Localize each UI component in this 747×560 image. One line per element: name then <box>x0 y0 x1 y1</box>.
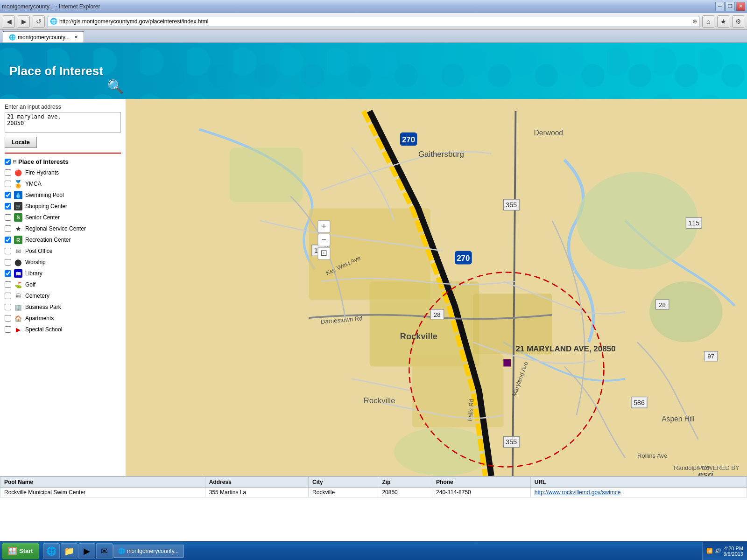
clock-time: 4:20 PM <box>723 546 743 551</box>
taskbar-window-icon: 🌐 <box>118 548 125 554</box>
checkbox-library[interactable] <box>5 270 11 277</box>
tab-close-icon[interactable]: ✕ <box>74 35 78 40</box>
icon-library: 📖 <box>14 269 22 278</box>
tab-label: montgomerycounty... <box>18 34 70 41</box>
active-tab[interactable]: 🌐 montgomerycounty... ✕ <box>3 31 84 42</box>
browser-toolbar: ◀ ▶ ↺ 🌐 ⊕ ⌂ ★ ⚙ <box>0 13 747 30</box>
minimize-button[interactable]: ─ <box>715 2 725 11</box>
svg-point-1 <box>577 172 698 269</box>
restore-button[interactable]: ❐ <box>726 2 735 11</box>
taskbar-window-label: montgomerycounty... <box>127 548 179 554</box>
poi-item-recreation-center[interactable]: R Recreation Center <box>5 235 121 245</box>
label-business-park: Business Park <box>25 304 61 310</box>
results-table: Pool Name Address City Zip Phone URL Roc… <box>0 476 747 497</box>
poi-item-cemetery[interactable]: 🏛 Cemetery <box>5 291 121 301</box>
poi-item-ymca[interactable]: 🏅 YMCA <box>5 179 121 189</box>
poi-item-fire-hydrants[interactable]: 🔴 Fire Hydrants <box>5 168 121 177</box>
checkbox-fire-hydrants[interactable] <box>5 169 11 176</box>
checkbox-shopping-center[interactable] <box>5 203 11 210</box>
home-button[interactable]: ⌂ <box>702 15 714 28</box>
label-ymca: YMCA <box>25 181 42 187</box>
taskbar: 🪟 Start 🌐 📁 ▶ ✉ 🌐 montgomerycounty... 📶 … <box>0 541 747 560</box>
svg-point-2 <box>649 281 722 342</box>
tab-icon: 🌐 <box>9 34 16 41</box>
taskbar-apps: 🌐 📁 ▶ ✉ <box>43 543 113 559</box>
settings-button[interactable]: ⚙ <box>732 15 744 28</box>
svg-text:355: 355 <box>506 438 517 446</box>
search-globe-icon: 🔍 <box>107 79 124 94</box>
checkbox-post-office[interactable] <box>5 248 11 254</box>
icon-fire-hydrants: 🔴 <box>14 168 22 177</box>
cell-phone: 240-314-8750 <box>432 488 531 497</box>
taskbar-media-button[interactable]: ▶ <box>78 543 95 559</box>
forward-button[interactable]: ▶ <box>18 15 30 28</box>
map-svg: 270 270 355 355 28 28 586 <box>126 99 747 476</box>
taskbar-tray: 📶 🔊 4:20 PM 3/5/2013 <box>702 542 747 560</box>
icon-swimming-pool: 💧 <box>14 191 22 199</box>
svg-text:270: 270 <box>457 254 470 263</box>
poi-item-worship[interactable]: ⬤ Worship <box>5 258 121 267</box>
checkbox-golf[interactable] <box>5 281 11 288</box>
svg-rect-3 <box>230 147 303 202</box>
poi-item-special-school[interactable]: ▶ Special School <box>5 325 121 334</box>
map-container[interactable]: 270 270 355 355 28 28 586 <box>126 99 747 476</box>
svg-text:Rollins Ave: Rollins Ave <box>637 452 667 459</box>
icon-worship: ⬤ <box>14 258 22 266</box>
poi-item-post-office[interactable]: ✉ Post Office <box>5 246 121 256</box>
taskbar-folder-button[interactable]: 📁 <box>61 543 78 559</box>
svg-text:270: 270 <box>402 135 415 144</box>
poi-item-library[interactable]: 📖 Library <box>5 269 121 278</box>
checkbox-worship[interactable] <box>5 259 11 266</box>
checkbox-ymca[interactable] <box>5 181 11 187</box>
search-go-icon[interactable]: ⊕ <box>692 18 697 25</box>
poi-item-shopping-center[interactable]: 🛒 Shopping Center <box>5 202 121 211</box>
svg-text:115: 115 <box>688 219 699 227</box>
icon-recreation-center: R <box>14 236 22 244</box>
label-special-school: Special School <box>25 326 62 333</box>
svg-text:Rockville: Rockville <box>364 396 395 405</box>
svg-text:Gaithersburg: Gaithersburg <box>418 150 464 159</box>
icon-apartments: 🏠 <box>14 314 22 322</box>
start-label: Start <box>19 547 33 554</box>
checkbox-special-school[interactable] <box>5 326 11 333</box>
poi-item-business-park[interactable]: 🏢 Business Park <box>5 302 121 312</box>
taskbar-ie-button[interactable]: 🌐 <box>43 543 60 559</box>
start-button[interactable]: 🪟 Start <box>2 543 39 560</box>
address-bar-input[interactable] <box>59 18 691 25</box>
taskbar-active-window[interactable]: 🌐 montgomerycounty... <box>113 545 184 558</box>
refresh-button[interactable]: ↺ <box>33 15 45 28</box>
checkbox-recreation-center[interactable] <box>5 237 11 243</box>
svg-point-4 <box>394 427 492 476</box>
checkbox-swimming-pool[interactable] <box>5 192 11 198</box>
label-worship: Worship <box>25 259 46 266</box>
icon-special-school: ▶ <box>14 325 22 334</box>
checkbox-business-park[interactable] <box>5 304 11 310</box>
poi-item-swimming-pool[interactable]: 💧 Swimming Pool <box>5 190 121 200</box>
svg-text:21 MARYLAND AVE, 20850: 21 MARYLAND AVE, 20850 <box>515 344 615 353</box>
poi-item-golf[interactable]: ⛳ Golf <box>5 280 121 289</box>
poi-header-label: Place of Interests <box>18 158 69 165</box>
poi-master-checkbox[interactable] <box>5 159 11 165</box>
poi-item-senior-center[interactable]: S Senior Center <box>5 213 121 222</box>
cell-url[interactable]: http://www.rockvillemd.gov/swimce <box>530 488 747 497</box>
locate-button[interactable]: Locate <box>5 137 37 148</box>
poi-item-apartments[interactable]: 🏠 Apartments <box>5 314 121 323</box>
results-section: Pool Name Address City Zip Phone URL Roc… <box>0 476 747 541</box>
back-button[interactable]: ◀ <box>3 15 15 28</box>
checkbox-regional-service-center[interactable] <box>5 225 11 232</box>
poi-item-regional-service-center[interactable]: ★ Regional Service Center <box>5 224 121 233</box>
tree-expand-icon: ⊟ <box>13 159 16 164</box>
favorites-button[interactable]: ★ <box>717 15 729 28</box>
page-header: Place of Interest 🔍 <box>0 43 747 99</box>
taskbar-mail-button[interactable]: ✉ <box>96 543 113 559</box>
checkbox-cemetery[interactable] <box>5 293 11 299</box>
label-fire-hydrants: Fire Hydrants <box>25 169 59 176</box>
window-titlebar: montgomerycounty... - Internet Explorer … <box>0 0 747 13</box>
checkbox-apartments[interactable] <box>5 315 11 322</box>
col-header-pool-name: Pool Name <box>0 477 205 488</box>
window-controls: ─ ❐ ✕ <box>715 2 745 11</box>
close-button[interactable]: ✕ <box>736 2 745 11</box>
tray-sound-icon: 🔊 <box>715 548 721 554</box>
address-input[interactable]: 21 maryland ave, 20850 <box>5 112 121 133</box>
checkbox-senior-center[interactable] <box>5 214 11 221</box>
